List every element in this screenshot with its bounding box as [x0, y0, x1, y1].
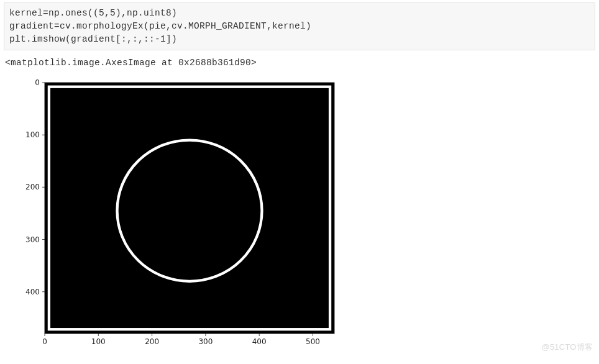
image-background: [45, 83, 334, 334]
y-tick-100: 100: [25, 130, 40, 139]
x-tick-300: 300: [198, 337, 213, 346]
x-tick-400: 400: [252, 337, 267, 346]
y-tick-400: 400: [25, 288, 40, 296]
x-tick-100: 100: [91, 337, 106, 346]
code-line-1: kernel=np.ones((5,5),np.uint8): [9, 8, 177, 18]
y-tick-0: 0: [35, 79, 40, 87]
x-tick-0: 0: [42, 337, 47, 346]
code-line-3: plt.imshow(gradient[:,:,::-1]): [9, 34, 177, 44]
x-tick-200: 200: [145, 337, 159, 346]
y-tick-300: 300: [25, 235, 40, 244]
code-cell: kernel=np.ones((5,5),np.uint8) gradient=…: [4, 2, 595, 50]
watermark: @51CTO博客: [542, 342, 593, 353]
code-line-2: gradient=cv.morphologyEx(pie,cv.MORPH_GR…: [9, 21, 311, 31]
matplotlib-figure: 0 100 200 300 400 500 0 100: [11, 79, 359, 352]
output-repr: <matplotlib.image.AxesImage at 0x2688b36…: [5, 58, 594, 68]
y-axis: 0 100 200 300 400: [25, 79, 45, 296]
axes-image: [45, 83, 334, 334]
plot-svg: 0 100 200 300 400 500 0 100: [11, 79, 359, 352]
x-axis: 0 100 200 300 400 500: [42, 334, 320, 346]
x-tick-500: 500: [306, 337, 320, 346]
y-tick-200: 200: [25, 183, 40, 191]
